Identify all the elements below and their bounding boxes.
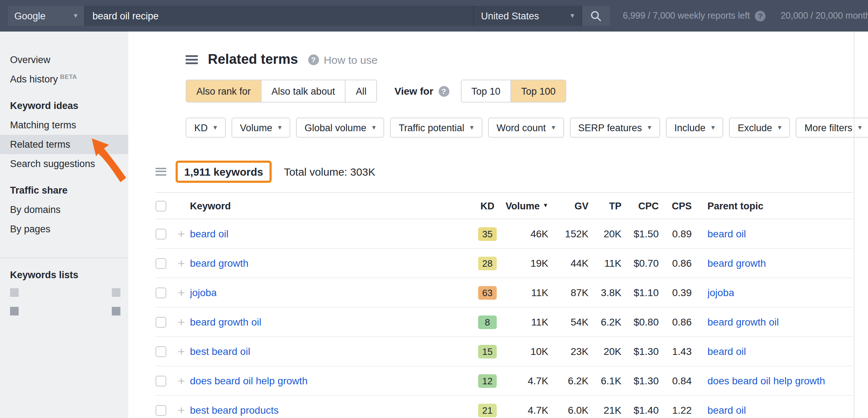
- select-all-checkbox[interactable]: [156, 200, 166, 211]
- parent-topic-link[interactable]: jojoba: [707, 287, 734, 298]
- keyword-link[interactable]: best beard products: [190, 404, 279, 416]
- search-button[interactable]: [581, 6, 610, 26]
- add-to-list-button[interactable]: +: [173, 228, 190, 240]
- search-engine-select[interactable]: Google ▾: [8, 6, 84, 26]
- how-to-use-link[interactable]: ? How to use: [308, 53, 377, 66]
- keyword-link[interactable]: beard growth: [190, 257, 248, 269]
- cpc-value: $1.10: [621, 287, 659, 298]
- sidebar-item-matching-terms[interactable]: Matching terms: [0, 115, 128, 135]
- sidebar-item-ads-history[interactable]: Ads history BETA: [0, 70, 128, 89]
- cps-value: 0.39: [659, 287, 692, 298]
- add-to-list-button[interactable]: +: [173, 404, 190, 416]
- tab-also-rank-for[interactable]: Also rank for: [186, 80, 261, 102]
- filter-label: Word count: [497, 122, 546, 133]
- column-header-keyword[interactable]: Keyword: [190, 200, 471, 211]
- filter-button[interactable]: Traffic potential ▾: [390, 118, 482, 138]
- row-checkbox[interactable]: [156, 258, 166, 269]
- filter-button[interactable]: More filters ▾: [796, 118, 868, 138]
- volume-header-label: Volume: [506, 200, 540, 211]
- parent-topic-link[interactable]: does beard oil help growth: [707, 375, 825, 386]
- parent-topic-link[interactable]: beard oil: [707, 346, 746, 357]
- monthly-quota-text: 20,000 / 20,000 monthly: [781, 11, 868, 21]
- filter-button[interactable]: Exclude ▾: [729, 118, 790, 138]
- row-checkbox[interactable]: [156, 228, 166, 239]
- tab-also-talk-about[interactable]: Also talk about: [261, 80, 345, 102]
- sidebar-item-by-pages[interactable]: By pages: [0, 219, 128, 239]
- keyword-link[interactable]: does beard oil help growth: [190, 375, 307, 386]
- filter-label: More filters: [805, 122, 853, 133]
- row-checkbox[interactable]: [156, 317, 166, 327]
- tp-value: 20K: [588, 228, 621, 239]
- filter-button[interactable]: Include ▾: [666, 118, 723, 138]
- row-checkbox[interactable]: [156, 287, 166, 298]
- parent-topic-link[interactable]: beard oil: [707, 228, 746, 239]
- kd-badge: 28: [478, 256, 497, 270]
- cps-value: 0.86: [659, 316, 692, 328]
- filter-button[interactable]: SERP features ▾: [569, 118, 660, 138]
- filters-row: KD ▾ Volume ▾ Global volume ▾ Traffic po…: [186, 118, 853, 138]
- keyword-link[interactable]: best beard oil: [190, 346, 250, 357]
- cps-value: 1.22: [659, 404, 692, 416]
- add-to-list-button[interactable]: +: [173, 345, 190, 357]
- sidebar-item-search-suggestions[interactable]: Search suggestions: [0, 154, 128, 174]
- add-to-list-button[interactable]: +: [173, 257, 190, 269]
- column-header-cpc[interactable]: CPC: [621, 200, 659, 211]
- volume-value: 4.7K: [504, 404, 548, 416]
- cpc-value: $0.80: [621, 316, 659, 328]
- kd-badge: 35: [478, 227, 497, 241]
- column-header-kd[interactable]: KD: [471, 200, 504, 211]
- tab-all[interactable]: All: [345, 80, 377, 102]
- menu-icon[interactable]: [186, 55, 198, 64]
- filter-label: Global volume: [305, 122, 367, 133]
- cps-value: 0.84: [659, 375, 692, 386]
- help-icon[interactable]: ?: [755, 10, 766, 21]
- parent-topic-link[interactable]: beard growth: [707, 257, 766, 269]
- add-to-list-button[interactable]: +: [173, 286, 190, 299]
- row-checkbox[interactable]: [156, 405, 166, 415]
- sidebar-item-related-terms[interactable]: Related terms: [0, 135, 128, 154]
- filter-button[interactable]: Global volume ▾: [296, 118, 385, 138]
- search-input[interactable]: [87, 10, 470, 21]
- tab-top-100[interactable]: Top 100: [510, 80, 566, 102]
- main-content: Related terms ? How to use Also rank for…: [128, 32, 868, 418]
- table-row: + beard growth oil 8 11K 54K 6.2K $0.80 …: [156, 308, 853, 337]
- volume-value: 11K: [504, 287, 548, 298]
- sidebar-item-by-domains[interactable]: By domains: [0, 200, 128, 219]
- gv-value: 87K: [548, 287, 588, 298]
- column-header-tp[interactable]: TP: [588, 200, 621, 211]
- column-header-parent-topic[interactable]: Parent topic: [692, 200, 853, 211]
- parent-topic-link[interactable]: beard oil: [707, 404, 746, 416]
- chevron-down-icon: ▾: [74, 12, 77, 19]
- tab-top-10[interactable]: Top 10: [461, 80, 510, 102]
- keyword-link[interactable]: beard growth oil: [190, 316, 261, 328]
- filter-label: SERP features: [578, 122, 642, 133]
- tp-value: 11K: [588, 257, 621, 269]
- tp-value: 20K: [588, 346, 621, 357]
- filter-button[interactable]: KD ▾: [186, 118, 226, 138]
- add-to-list-button[interactable]: +: [173, 316, 190, 328]
- column-header-volume[interactable]: Volume ▼: [504, 200, 548, 211]
- search-engine-label: Google: [14, 10, 46, 21]
- table-row: + beard oil 35 46K 152K 20K $1.50 0.89 b…: [156, 219, 853, 249]
- parent-topic-link[interactable]: beard growth oil: [707, 316, 779, 328]
- cpc-value: $1.50: [621, 228, 659, 239]
- weekly-reports-text: 6,999 / 7,000 weekly reports left: [623, 11, 750, 21]
- cps-value: 0.89: [659, 228, 692, 239]
- keyword-link[interactable]: jojoba: [190, 287, 217, 298]
- row-checkbox[interactable]: [156, 346, 166, 357]
- filter-button[interactable]: Word count ▾: [488, 118, 564, 138]
- add-to-list-button[interactable]: +: [173, 375, 190, 387]
- cps-value: 0.86: [659, 257, 692, 269]
- keyword-link[interactable]: beard oil: [190, 228, 228, 239]
- filter-button[interactable]: Volume ▾: [232, 118, 290, 138]
- help-icon[interactable]: ?: [438, 86, 449, 96]
- column-header-gv[interactable]: GV: [548, 200, 588, 211]
- view-for-label: View for ?: [395, 85, 449, 97]
- list-icon[interactable]: [156, 167, 166, 175]
- column-header-cps[interactable]: CPS: [659, 200, 692, 211]
- row-checkbox[interactable]: [156, 375, 166, 386]
- plus-icon: +: [178, 257, 185, 269]
- country-select[interactable]: United States ▾: [473, 6, 581, 26]
- top-tab-group: Top 10 Top 100: [461, 80, 566, 103]
- sidebar-item-overview[interactable]: Overview: [0, 50, 128, 70]
